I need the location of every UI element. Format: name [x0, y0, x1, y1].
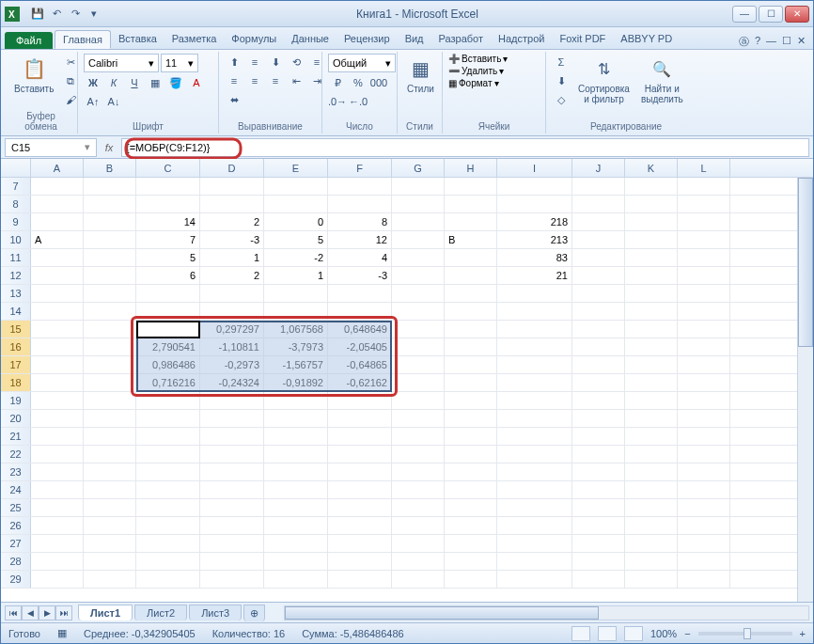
cell-J14[interactable] — [572, 303, 625, 320]
cell-G24[interactable] — [392, 481, 445, 498]
cell-D10[interactable]: -3 — [200, 231, 264, 248]
cell-K21[interactable] — [625, 428, 678, 445]
cell-F15[interactable]: 0,648649 — [328, 321, 392, 338]
col-header-B[interactable]: B — [84, 159, 136, 177]
cell-B18[interactable] — [84, 374, 136, 391]
merge-icon[interactable]: ⬌ — [225, 91, 243, 108]
name-box[interactable]: C15▾ — [5, 138, 97, 157]
sheet-tab-3[interactable]: Лист3 — [189, 605, 242, 620]
cell-L18[interactable] — [678, 374, 730, 391]
row-header-17[interactable]: 17 — [1, 356, 31, 373]
cell-H27[interactable] — [445, 535, 497, 552]
cell-B21[interactable] — [84, 428, 136, 445]
maximize-button[interactable]: ☐ — [759, 6, 783, 23]
cell-D18[interactable]: -0,24324 — [200, 374, 264, 391]
cell-G27[interactable] — [392, 535, 445, 552]
cell-G11[interactable] — [392, 249, 445, 266]
cell-I23[interactable] — [497, 463, 572, 480]
cell-H14[interactable] — [445, 303, 497, 320]
cell-K26[interactable] — [625, 517, 678, 534]
align-bottom-icon[interactable]: ⬇ — [266, 54, 285, 71]
cell-F20[interactable] — [328, 410, 392, 427]
cell-F13[interactable] — [328, 285, 392, 302]
cell-L21[interactable] — [678, 428, 730, 445]
formula-input[interactable]: {=МОБР(C9:F12)} — [121, 138, 809, 157]
cell-E7[interactable] — [264, 178, 328, 195]
cell-H23[interactable] — [445, 463, 497, 480]
cell-H18[interactable] — [445, 374, 497, 391]
cell-I20[interactable] — [497, 410, 572, 427]
cell-L14[interactable] — [678, 303, 730, 320]
cell-L11[interactable] — [678, 249, 730, 266]
cell-G28[interactable] — [392, 553, 445, 570]
cell-A21[interactable] — [31, 428, 84, 445]
cell-I29[interactable] — [497, 571, 572, 588]
ribbon-tab-0[interactable]: Главная — [55, 30, 111, 49]
cell-E21[interactable] — [264, 428, 328, 445]
cell-B20[interactable] — [84, 410, 136, 427]
cell-L8[interactable] — [678, 196, 730, 212]
ribbon-tab-5[interactable]: Рецензир — [337, 30, 398, 49]
zoom-in-button[interactable]: + — [800, 628, 806, 639]
cell-F24[interactable] — [328, 481, 392, 498]
cell-E12[interactable]: 1 — [264, 267, 328, 284]
cell-G15[interactable] — [392, 321, 445, 338]
cell-A26[interactable] — [31, 517, 84, 534]
cell-L9[interactable] — [678, 213, 730, 230]
cell-F18[interactable]: -0,62162 — [328, 374, 392, 391]
cell-C12[interactable]: 6 — [136, 267, 200, 284]
cell-E17[interactable]: -1,56757 — [264, 356, 328, 373]
ribbon-tab-2[interactable]: Разметка — [164, 30, 225, 49]
cell-D16[interactable]: -1,10811 — [200, 338, 264, 355]
percent-icon[interactable]: % — [349, 74, 368, 91]
ribbon-help-icon[interactable]: ⓐ — [739, 35, 749, 49]
cell-C22[interactable] — [136, 446, 200, 463]
cell-J24[interactable] — [572, 481, 625, 498]
align-top-icon[interactable]: ⬆ — [225, 54, 243, 71]
cell-F28[interactable] — [328, 553, 392, 570]
cell-K25[interactable] — [625, 499, 678, 516]
cell-G12[interactable] — [392, 267, 445, 284]
cell-A11[interactable] — [31, 249, 84, 266]
cell-A23[interactable] — [31, 463, 84, 480]
cell-J26[interactable] — [572, 517, 625, 534]
cell-F29[interactable] — [328, 571, 392, 588]
cell-D19[interactable] — [200, 392, 264, 409]
cell-K17[interactable] — [625, 356, 678, 373]
cell-C18[interactable]: 0,716216 — [136, 374, 200, 391]
cell-F23[interactable] — [328, 463, 392, 480]
cell-E24[interactable] — [264, 481, 328, 498]
clear-icon[interactable]: ◇ — [552, 91, 571, 108]
cell-F11[interactable]: 4 — [328, 249, 392, 266]
cell-K15[interactable] — [625, 321, 678, 338]
cell-J16[interactable] — [572, 338, 625, 355]
cell-A20[interactable] — [31, 410, 84, 427]
cell-B17[interactable] — [84, 356, 136, 373]
cell-A27[interactable] — [31, 535, 84, 552]
cell-C19[interactable] — [136, 392, 200, 409]
sheet-nav-next-icon[interactable]: ▶ — [39, 605, 55, 620]
cell-H19[interactable] — [445, 392, 497, 409]
bold-button[interactable]: Ж — [84, 74, 102, 91]
cell-B7[interactable] — [84, 178, 136, 195]
paste-button[interactable]: 📋 Вставить — [10, 54, 57, 96]
row-header-7[interactable]: 7 — [1, 178, 31, 195]
delete-cells-button[interactable]: ➖Удалить▾ — [448, 66, 504, 76]
cell-J7[interactable] — [572, 178, 625, 195]
cell-E20[interactable] — [264, 410, 328, 427]
col-header-A[interactable]: A — [31, 159, 84, 177]
close-button[interactable]: ✕ — [785, 6, 809, 23]
ribbon-tab-8[interactable]: Надстрой — [491, 30, 552, 49]
cell-D15[interactable]: 0,297297 — [200, 321, 264, 338]
ribbon-tab-10[interactable]: ABBYY PD — [613, 30, 680, 49]
cell-D7[interactable] — [200, 178, 264, 195]
cell-H16[interactable] — [445, 338, 497, 355]
cell-D17[interactable]: -0,2973 — [200, 356, 264, 373]
cell-A12[interactable] — [31, 267, 84, 284]
cell-B19[interactable] — [84, 392, 136, 409]
cell-F21[interactable] — [328, 428, 392, 445]
decrease-indent-icon[interactable]: ⇤ — [287, 72, 305, 89]
col-header-E[interactable]: E — [264, 159, 328, 177]
sheet-tab-1[interactable]: Лист1 — [78, 605, 133, 620]
cell-J8[interactable] — [572, 196, 625, 212]
